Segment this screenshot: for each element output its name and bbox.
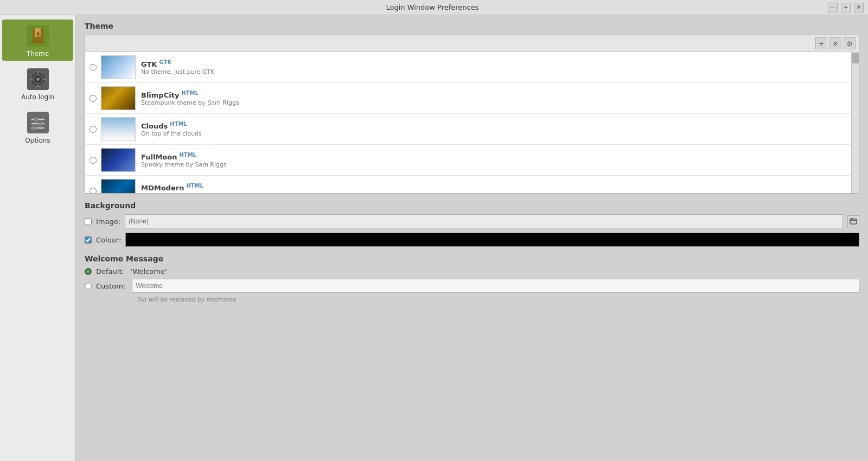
maximize-button[interactable]: + xyxy=(841,3,851,12)
image-browse-button[interactable] xyxy=(847,215,859,227)
sidebar-options-label: Options xyxy=(25,137,50,144)
sidebar: Theme Auto login xyxy=(0,15,76,461)
welcome-custom-input[interactable] xyxy=(132,279,859,293)
theme-desc-clouds: On top of the clouds xyxy=(141,130,847,137)
theme-item-fullmoon[interactable]: FullMoonHTML Spooky theme by Sam Riggs xyxy=(85,145,851,176)
theme-name-blimpcity: BlimpCityHTML xyxy=(141,90,847,99)
svg-point-21 xyxy=(34,117,38,121)
window-title: Login Window Preferences xyxy=(37,3,828,11)
theme-desc-gtk: No theme, just pure GTK xyxy=(141,68,847,75)
remove-theme-button[interactable]: ✕ xyxy=(829,37,841,49)
main-container: Theme Auto login xyxy=(0,15,868,461)
theme-name-clouds: CloudsHTML xyxy=(141,121,847,130)
background-colour-row: Colour: xyxy=(85,233,859,247)
theme-info-gtk: GTKGTK No theme, just pure GTK xyxy=(141,59,847,75)
content-area: Theme + ✕ ⚙ GTKGTK No theme, j xyxy=(76,15,868,461)
theme-list-scrollbar[interactable] xyxy=(851,52,859,193)
welcome-custom-label: Custom: xyxy=(96,282,125,290)
colour-swatch[interactable] xyxy=(125,233,859,247)
colour-label[interactable]: Colour: xyxy=(96,236,121,244)
svg-rect-24 xyxy=(850,219,857,224)
theme-section-title: Theme xyxy=(85,22,859,30)
theme-info-blimpcity: BlimpCityHTML Steampunk theme by Sam Rig… xyxy=(141,90,847,106)
theme-name-mdmodern: MDModernHTML xyxy=(141,183,847,192)
theme-toolbar: + ✕ ⚙ xyxy=(85,35,859,52)
theme-info-clouds: CloudsHTML On top of the clouds xyxy=(141,121,847,137)
window-controls: — + ✕ xyxy=(828,3,864,12)
theme-radio-clouds[interactable] xyxy=(90,126,97,133)
theme-name-fullmoon: FullMoonHTML xyxy=(141,152,847,161)
theme-item-blimpcity[interactable]: BlimpCityHTML Steampunk theme by Sam Rig… xyxy=(85,83,851,114)
sidebar-item-theme[interactable]: Theme xyxy=(2,20,73,61)
options-icon xyxy=(25,110,51,136)
svg-point-23 xyxy=(33,126,37,130)
theme-thumb-clouds xyxy=(101,117,136,141)
svg-point-12 xyxy=(36,78,40,81)
colour-checkbox[interactable] xyxy=(85,236,92,244)
theme-item-clouds[interactable]: CloudsHTML On top of the clouds xyxy=(85,114,851,145)
image-label[interactable]: Image: xyxy=(96,217,120,226)
theme-list: GTKGTK No theme, just pure GTK BlimpCity… xyxy=(85,52,859,193)
theme-info-fullmoon: FullMoonHTML Spooky theme by Sam Riggs xyxy=(141,152,847,168)
theme-item-mdmodern[interactable]: MDModernHTML Modern theme by Philipp Mil… xyxy=(85,176,851,193)
welcome-custom-row: Custom: xyxy=(85,279,859,293)
theme-icon xyxy=(25,23,51,49)
svg-rect-17 xyxy=(27,112,49,133)
welcome-default-value: 'Welcome' xyxy=(131,267,167,276)
background-section: Background Image: Colour: xyxy=(85,201,859,247)
image-path-input[interactable] xyxy=(125,214,843,228)
theme-radio-gtk[interactable] xyxy=(90,64,97,71)
theme-settings-button[interactable]: ⚙ xyxy=(844,37,856,49)
sidebar-autologin-label: Auto login xyxy=(21,93,54,101)
theme-desc-blimpcity: Steampunk theme by Sam Riggs xyxy=(141,99,847,106)
autologin-icon xyxy=(25,66,51,92)
sidebar-item-options[interactable]: Options xyxy=(2,106,73,148)
close-button[interactable]: ✕ xyxy=(854,3,864,12)
theme-radio-blimpcity[interactable] xyxy=(90,95,97,102)
background-image-row: Image: xyxy=(85,214,859,228)
minimize-button[interactable]: — xyxy=(828,3,838,12)
svg-rect-25 xyxy=(851,218,853,219)
theme-panel: + ✕ ⚙ GTKGTK No theme, just pure GTK xyxy=(85,35,859,194)
theme-thumb-gtk xyxy=(101,55,136,79)
theme-thumb-blimpcity xyxy=(101,86,136,110)
svg-point-22 xyxy=(38,121,42,126)
theme-desc-fullmoon: Spooky theme by Sam Riggs xyxy=(141,161,847,168)
image-checkbox[interactable] xyxy=(85,218,92,225)
welcome-default-radio[interactable] xyxy=(85,268,92,275)
theme-thumb-mdmodern xyxy=(101,179,136,193)
welcome-hint: %n will be replaced by hostname xyxy=(137,296,859,303)
theme-desc-mdmodern: Modern theme by Philipp Miller xyxy=(141,192,847,193)
theme-info-mdmodern: MDModernHTML Modern theme by Philipp Mil… xyxy=(141,183,847,193)
theme-radio-mdmodern[interactable] xyxy=(90,188,97,194)
welcome-section: Welcome Message Default: 'Welcome' Custo… xyxy=(85,254,859,303)
theme-thumb-fullmoon xyxy=(101,148,136,172)
welcome-title: Welcome Message xyxy=(85,254,859,263)
sidebar-theme-label: Theme xyxy=(27,50,49,57)
welcome-default-label: Default: xyxy=(96,267,124,276)
theme-item-gtk[interactable]: GTKGTK No theme, just pure GTK xyxy=(85,52,851,83)
theme-name-gtk: GTKGTK xyxy=(141,59,847,68)
add-theme-button[interactable]: + xyxy=(815,37,827,49)
welcome-custom-radio[interactable] xyxy=(85,283,92,290)
theme-radio-fullmoon[interactable] xyxy=(90,157,97,164)
welcome-default-row: Default: 'Welcome' xyxy=(85,267,859,276)
titlebar: Login Window Preferences — + ✕ xyxy=(0,0,868,15)
background-title: Background xyxy=(85,201,859,210)
sidebar-item-autologin[interactable]: Auto login xyxy=(2,63,73,104)
